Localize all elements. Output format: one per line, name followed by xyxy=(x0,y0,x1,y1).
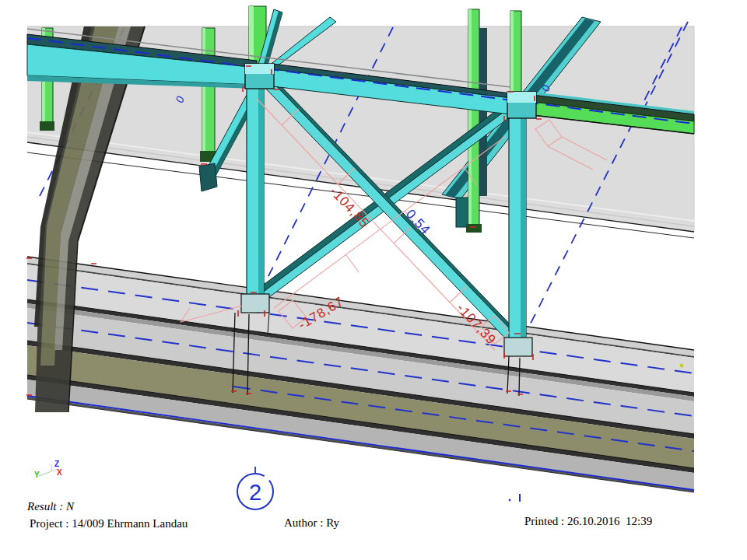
left-joint-box xyxy=(245,64,274,89)
right-column xyxy=(509,115,526,345)
axis-label-x: X xyxy=(57,468,62,477)
grid-mark-small xyxy=(509,494,520,502)
node-dot-yellow xyxy=(680,364,684,368)
drawing-page: -104,85 0,54 -178,67 -107,39 0 0 2 Z X Y… xyxy=(0,0,747,560)
left-column xyxy=(247,86,264,302)
axis-triad: Z X Y xyxy=(34,460,62,479)
structural-3d-view: -104,85 0,54 -178,67 -107,39 0 0 2 Z X Y xyxy=(0,0,747,560)
right-joint-box xyxy=(507,92,536,118)
result-label: Result : N xyxy=(27,500,74,513)
project-label: Project : 14/009 Ehrmann Landau xyxy=(30,517,188,530)
green-column-5 xyxy=(510,11,521,92)
brace-end-bracket xyxy=(456,198,468,227)
grid-bubble-label: 2 xyxy=(249,480,261,505)
green-column-2 xyxy=(200,28,216,162)
printed-label: Printed : 26.10.2016 12:39 xyxy=(524,515,652,528)
author-label: Author : Ry xyxy=(284,516,339,530)
axis-label-z: Z xyxy=(54,460,59,468)
axis-label-y: Y xyxy=(34,471,40,479)
grid-bubble: 2 xyxy=(237,467,273,509)
